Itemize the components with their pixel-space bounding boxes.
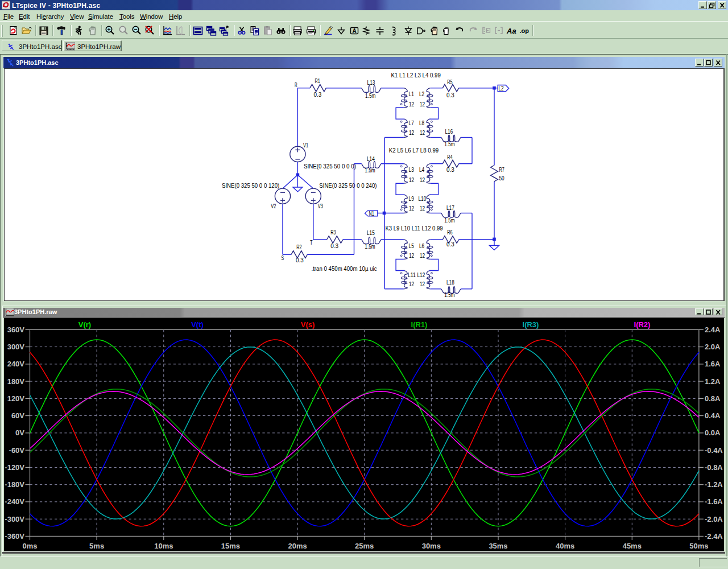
svg-text:35ms: 35ms — [489, 541, 507, 550]
svg-text:0.3: 0.3 — [330, 243, 338, 249]
svg-text:0V: 0V — [15, 428, 24, 437]
svg-text:K3 L9 L10 L11 L12 0.99: K3 L9 L10 L11 L12 0.99 — [385, 225, 443, 232]
svg-text:V2: V2 — [271, 203, 276, 209]
svg-text:12: 12 — [409, 205, 415, 212]
svg-text:120V: 120V — [7, 394, 25, 402]
svg-text:R4: R4 — [447, 154, 453, 160]
svg-text:-1.2A: -1.2A — [705, 480, 723, 489]
svg-text:12: 12 — [420, 101, 425, 108]
svg-text:-300V: -300V — [5, 514, 24, 523]
svg-text:45ms: 45ms — [623, 541, 642, 550]
svg-text:15ms: 15ms — [221, 541, 240, 550]
svg-text:12: 12 — [420, 177, 425, 183]
svg-text:R6: R6 — [447, 229, 453, 236]
svg-text:L5: L5 — [409, 243, 415, 249]
svg-text:-60V: -60V — [9, 446, 25, 454]
svg-text:2.4A: 2.4A — [705, 325, 721, 333]
svg-text:12: 12 — [409, 177, 415, 183]
svg-text:N1: N1 — [369, 211, 374, 217]
svg-text:1.5m: 1.5m — [444, 141, 454, 147]
svg-text:12: 12 — [420, 130, 425, 136]
svg-text:0.3: 0.3 — [446, 242, 454, 248]
svg-text:A: A — [352, 28, 356, 34]
svg-text:-240V: -240V — [5, 497, 24, 506]
svg-text:50ms: 50ms — [689, 541, 708, 550]
svg-text:SINE(0 325 50 0 0 120): SINE(0 325 50 0 0 120) — [222, 183, 279, 189]
svg-text:30ms: 30ms — [422, 541, 441, 550]
svg-text:12: 12 — [420, 205, 425, 212]
svg-text:L9: L9 — [409, 196, 415, 203]
svg-text:12: 12 — [409, 101, 415, 108]
svg-text:300V: 300V — [7, 343, 25, 351]
svg-text:.op: .op — [520, 27, 530, 34]
svg-text:L14: L14 — [367, 156, 375, 163]
svg-text:L7: L7 — [409, 121, 415, 127]
svg-text:0.3: 0.3 — [446, 92, 454, 98]
svg-text:L16: L16 — [445, 129, 453, 135]
svg-text:L2: L2 — [498, 85, 504, 92]
svg-text:S: S — [282, 255, 284, 261]
svg-text:-2.0A: -2.0A — [705, 514, 723, 523]
svg-text:SINE(0 325 50 0 0 0): SINE(0 325 50 0 0 0) — [304, 163, 356, 170]
svg-text:0.3: 0.3 — [296, 257, 304, 263]
svg-text:20ms: 20ms — [288, 541, 307, 550]
svg-text:-180V: -180V — [5, 480, 24, 489]
svg-text:-0.8A: -0.8A — [705, 463, 723, 471]
svg-text:L6: L6 — [419, 243, 425, 249]
svg-text:K2 L5 L6 L7 L8 0.99: K2 L5 L6 L7 L8 0.99 — [389, 148, 439, 154]
svg-text:12: 12 — [409, 281, 415, 287]
svg-text:T: T — [310, 240, 313, 246]
svg-text:V1: V1 — [303, 142, 309, 149]
svg-text:1.5m: 1.5m — [365, 168, 375, 174]
svg-text:1.2A: 1.2A — [705, 377, 721, 385]
svg-text:12: 12 — [409, 253, 415, 259]
svg-text:I(R1): I(R1) — [411, 320, 428, 328]
svg-text:40ms: 40ms — [556, 541, 574, 550]
svg-text:R7: R7 — [499, 167, 504, 173]
svg-text:L18: L18 — [446, 279, 454, 286]
svg-text:2.0A: 2.0A — [705, 343, 721, 351]
svg-text:L8: L8 — [419, 121, 425, 127]
svg-text:I(R2): I(R2) — [634, 320, 651, 328]
svg-text:1.6A: 1.6A — [705, 360, 721, 368]
svg-text:L4: L4 — [419, 167, 425, 174]
svg-text:R1: R1 — [315, 78, 321, 84]
svg-text:V3: V3 — [318, 203, 324, 209]
svg-text:60V: 60V — [11, 411, 24, 420]
svg-text:R3: R3 — [330, 229, 336, 236]
svg-text:180V: 180V — [7, 377, 25, 385]
svg-text:Aa: Aa — [506, 27, 516, 35]
svg-text:L15: L15 — [367, 230, 375, 237]
svg-text:1.5m: 1.5m — [365, 244, 375, 250]
svg-text:12: 12 — [420, 253, 425, 259]
svg-text:R: R — [295, 82, 297, 88]
svg-text:L2: L2 — [419, 92, 425, 98]
svg-text:360V: 360V — [7, 325, 25, 333]
svg-text:L11: L11 — [408, 272, 416, 278]
svg-text:-360V: -360V — [5, 531, 24, 540]
svg-text:.tran 0 450m 400m 10µ uic: .tran 0 450m 400m 10µ uic — [312, 266, 377, 272]
svg-text:1.5m: 1.5m — [444, 292, 454, 298]
svg-text:L13: L13 — [367, 80, 375, 86]
svg-text:R5: R5 — [447, 80, 453, 86]
svg-text:0ms: 0ms — [23, 541, 38, 550]
svg-text:SINE(0 325 50 0 0 240): SINE(0 325 50 0 0 240) — [319, 183, 377, 189]
svg-text:V(t): V(t) — [191, 320, 204, 328]
svg-text:0.4A: 0.4A — [705, 411, 721, 420]
svg-text:10ms: 10ms — [154, 541, 173, 550]
svg-text:0.3: 0.3 — [446, 167, 454, 173]
svg-text:1.5m: 1.5m — [365, 93, 375, 99]
svg-text:I(R3): I(R3) — [523, 320, 539, 328]
svg-text:L10: L10 — [418, 196, 426, 203]
svg-text:12: 12 — [409, 130, 415, 136]
svg-text:50: 50 — [499, 175, 504, 182]
svg-text:V(r): V(r) — [78, 320, 91, 328]
svg-text:1.5m: 1.5m — [444, 217, 454, 224]
svg-text:12: 12 — [420, 281, 425, 287]
svg-text:240V: 240V — [7, 360, 25, 368]
svg-text:L12: L12 — [417, 272, 425, 278]
svg-text:R2: R2 — [296, 245, 302, 251]
svg-text:V(s): V(s) — [301, 320, 315, 328]
svg-text:-0.4A: -0.4A — [705, 446, 723, 454]
svg-text:K1 L1 L2 L3 L4 0.99: K1 L1 L2 L3 L4 0.99 — [391, 72, 441, 79]
